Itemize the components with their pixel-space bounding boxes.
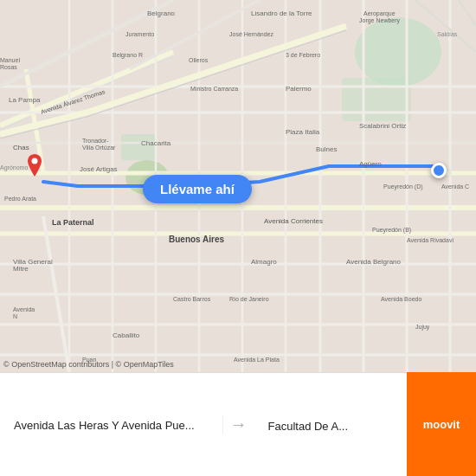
svg-text:Avenida Boedo: Avenida Boedo bbox=[381, 296, 421, 302]
map-container: Belgrano Lisandro de la Torre Aeroparque… bbox=[0, 0, 476, 372]
svg-text:Avenida La Plata: Avenida La Plata bbox=[234, 357, 280, 363]
svg-text:Mitre: Mitre bbox=[13, 265, 29, 273]
svg-text:Avenida: Avenida bbox=[13, 306, 35, 312]
bottom-bar: Avenida Las Heras Y Avenida Pue... → Fac… bbox=[0, 372, 476, 476]
svg-text:Belgrano: Belgrano bbox=[147, 10, 176, 17]
svg-text:Aeroparque: Aeroparque bbox=[363, 10, 396, 17]
svg-text:Castro Barros: Castro Barros bbox=[173, 296, 211, 302]
svg-text:Belgrano R: Belgrano R bbox=[113, 52, 143, 59]
svg-text:Tronador-: Tronador- bbox=[82, 138, 109, 144]
svg-text:Juramento: Juramento bbox=[125, 31, 154, 37]
origin-marker bbox=[431, 163, 447, 178]
svg-text:Plaza Italia: Plaza Italia bbox=[286, 128, 320, 136]
map-attribution: © OpenStreetMap contributors | © OpenMap… bbox=[3, 360, 174, 369]
svg-point-1 bbox=[355, 17, 441, 87]
svg-text:Villa Ortúzar: Villa Ortúzar bbox=[82, 145, 116, 151]
svg-text:La Paternal: La Paternal bbox=[52, 218, 94, 227]
svg-text:Avenida Belgrano: Avenida Belgrano bbox=[346, 258, 402, 266]
svg-rect-2 bbox=[342, 78, 411, 121]
svg-text:Pueyredón (B): Pueyredón (B) bbox=[372, 227, 411, 234]
destination-marker bbox=[24, 154, 45, 180]
svg-text:Scalabrini Ortiz: Scalabrini Ortiz bbox=[359, 122, 406, 130]
svg-point-81 bbox=[32, 158, 38, 164]
svg-text:Bulnes: Bulnes bbox=[316, 145, 337, 153]
svg-text:Palermo: Palermo bbox=[286, 85, 312, 93]
svg-text:Avenida C: Avenida C bbox=[441, 183, 469, 190]
moovit-logo: moovit bbox=[407, 372, 476, 476]
svg-text:Jujuy: Jujuy bbox=[415, 324, 430, 331]
from-value: Avenida Las Heras Y Avenida Pue... bbox=[14, 419, 209, 434]
svg-text:Avenida Rivadavi: Avenida Rivadavi bbox=[407, 237, 453, 243]
svg-text:Chacarita: Chacarita bbox=[141, 139, 171, 147]
svg-text:N: N bbox=[13, 313, 17, 319]
svg-text:Caballito: Caballito bbox=[113, 331, 140, 339]
svg-text:Ministro Carranza: Ministro Carranza bbox=[190, 86, 238, 92]
svg-rect-3 bbox=[121, 134, 156, 160]
moovit-logo-text: moovit bbox=[423, 418, 460, 431]
svg-text:José Artigas: José Artigas bbox=[80, 165, 118, 173]
svg-text:Pedro Arata: Pedro Arata bbox=[4, 196, 36, 202]
svg-text:Buenos Aires: Buenos Aires bbox=[169, 235, 225, 244]
arrow-icon: → bbox=[230, 415, 248, 434]
svg-text:Avenida Corrientes: Avenida Corrientes bbox=[264, 217, 323, 225]
svg-text:Pueyredón (D): Pueyredón (D) bbox=[383, 183, 423, 190]
svg-text:Agüero: Agüero bbox=[359, 160, 382, 168]
svg-text:José Hernández: José Hernández bbox=[229, 31, 273, 37]
svg-text:3 de Febrero: 3 de Febrero bbox=[286, 52, 320, 58]
svg-text:Rosas: Rosas bbox=[0, 64, 17, 70]
svg-text:La Pampa: La Pampa bbox=[9, 96, 41, 104]
svg-text:Manuel: Manuel bbox=[0, 57, 20, 63]
svg-text:Lisandro de la Torre: Lisandro de la Torre bbox=[251, 10, 312, 17]
svg-text:Chas: Chas bbox=[13, 144, 29, 151]
navigate-button[interactable]: Llévame ahí bbox=[143, 175, 252, 203]
svg-text:Jorge Newbery: Jorge Newbery bbox=[359, 17, 401, 24]
svg-text:Río de Janeiro: Río de Janeiro bbox=[229, 296, 269, 302]
svg-text:Almagro: Almagro bbox=[251, 258, 277, 266]
svg-text:Saldías: Saldías bbox=[437, 31, 458, 37]
from-section: Avenida Las Heras Y Avenida Pue... bbox=[14, 415, 223, 434]
svg-text:Olleros: Olleros bbox=[189, 57, 209, 63]
